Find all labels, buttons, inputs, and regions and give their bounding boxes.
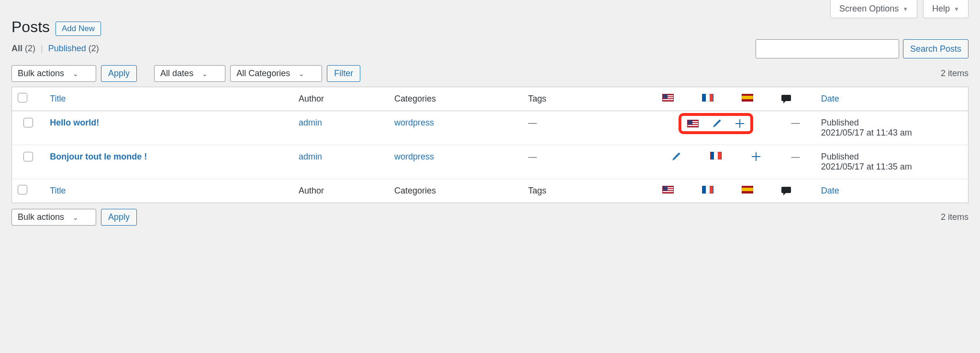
column-categories: Categories [389, 87, 523, 111]
pencil-icon[interactable] [671, 152, 681, 161]
column-author: Author [293, 87, 389, 111]
comments-icon [781, 95, 809, 103]
chevron-down-icon: ⌄ [73, 214, 78, 221]
search-input[interactable] [756, 39, 899, 58]
post-title-link[interactable]: Bonjour tout le monde ! [50, 152, 147, 161]
flag-us-icon[interactable] [687, 120, 699, 127]
author-link[interactable]: admin [299, 118, 322, 127]
pencil-icon[interactable] [712, 119, 722, 128]
screen-options-tab[interactable]: Screen Options ▼ [830, 0, 917, 18]
category-link[interactable]: wordpress [394, 118, 434, 127]
comments-icon [781, 187, 809, 195]
category-filter-select[interactable]: All Categories ⌄ [230, 65, 322, 82]
caret-down-icon: ▼ [902, 6, 908, 12]
bulk-actions-label: Bulk actions [18, 68, 64, 79]
bulk-actions-select[interactable]: Bulk actions ⌄ [11, 65, 96, 82]
date-filter-select[interactable]: All dates ⌄ [154, 65, 225, 82]
flag-us-icon [662, 94, 674, 102]
flag-fr-icon[interactable] [710, 152, 722, 159]
filter-published-link[interactable]: Published [48, 44, 86, 53]
category-link[interactable]: wordpress [394, 152, 434, 161]
flag-es-icon [742, 186, 753, 194]
add-new-button[interactable]: Add New [56, 22, 101, 36]
filter-all-count: (2) [25, 44, 35, 53]
flag-fr-icon [702, 186, 713, 194]
filter-published-count: (2) [89, 44, 99, 53]
category-filter-label: All Categories [236, 68, 290, 79]
post-title-link[interactable]: Hello world! [50, 118, 99, 127]
plus-icon[interactable] [751, 152, 761, 161]
search-posts-button[interactable]: Search Posts [903, 39, 969, 58]
date-status: Published [821, 118, 859, 127]
chevron-down-icon: ⌄ [73, 70, 78, 78]
column-author-foot: Author [293, 179, 389, 203]
date-value: 2021/05/17 at 11:43 am [821, 128, 912, 137]
caret-down-icon: ▼ [954, 6, 959, 12]
chevron-down-icon: ⌄ [299, 70, 304, 78]
flag-us-icon [662, 186, 674, 194]
bulk-actions-select-bottom[interactable]: Bulk actions ⌄ [11, 209, 96, 226]
table-row: Hello world!adminwordpress——Published202… [12, 111, 969, 145]
apply-bulk-button-bottom[interactable]: Apply [101, 209, 137, 226]
table-row: Bonjour tout le monde !adminwordpress——P… [12, 145, 969, 179]
select-all-checkbox-bottom[interactable] [18, 185, 27, 194]
tags-value: — [528, 118, 537, 127]
comments-value: — [791, 118, 800, 127]
bulk-actions-label-bottom: Bulk actions [18, 212, 64, 222]
flag-fr-icon [702, 94, 713, 102]
row-checkbox[interactable] [23, 118, 33, 127]
help-label: Help [932, 4, 950, 14]
highlight-box [679, 113, 753, 134]
row-checkbox[interactable] [23, 152, 33, 161]
column-title[interactable]: Title [44, 87, 293, 111]
items-count-top: 2 items [941, 68, 969, 79]
items-count-bottom: 2 items [941, 212, 969, 222]
column-tags-foot: Tags [523, 179, 657, 203]
chevron-down-icon: ⌄ [202, 70, 208, 78]
filter-button[interactable]: Filter [327, 65, 360, 82]
column-tags: Tags [523, 87, 657, 111]
screen-options-label: Screen Options [839, 4, 899, 14]
tags-value: — [528, 152, 537, 161]
select-all-checkbox[interactable] [18, 93, 27, 102]
column-date[interactable]: Date [815, 87, 969, 111]
date-status: Published [821, 152, 859, 161]
apply-bulk-button[interactable]: Apply [101, 65, 137, 82]
date-filter-label: All dates [160, 68, 193, 79]
posts-table: Title Author Categories Tags Date Hello … [11, 87, 969, 203]
author-link[interactable]: admin [299, 152, 322, 161]
column-date-foot[interactable]: Date [815, 179, 969, 203]
column-title-foot[interactable]: Title [44, 179, 293, 203]
flag-es-icon [742, 94, 753, 102]
help-tab[interactable]: Help ▼ [923, 0, 969, 18]
filter-all-label[interactable]: All [11, 44, 22, 53]
plus-icon[interactable] [735, 119, 745, 128]
page-title: Posts [11, 18, 50, 36]
date-value: 2021/05/17 at 11:35 am [821, 162, 912, 171]
comments-value: — [791, 152, 800, 161]
column-categories-foot: Categories [389, 179, 523, 203]
